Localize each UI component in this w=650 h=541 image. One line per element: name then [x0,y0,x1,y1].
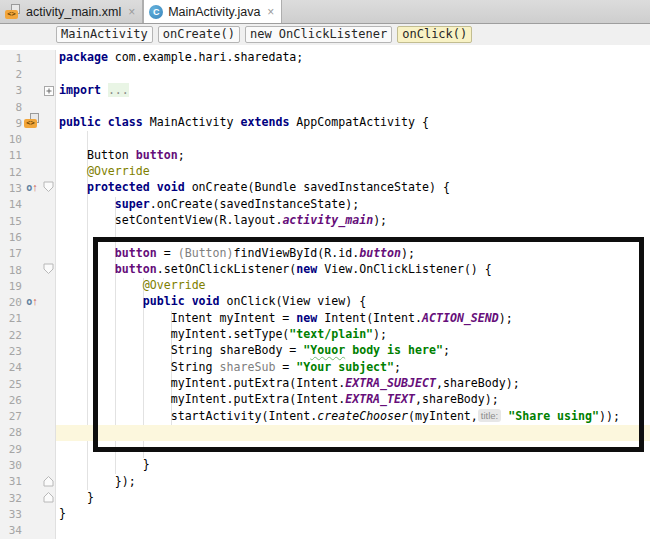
gutter[interactable]: 17 [0,246,56,262]
code-text[interactable]: Button button; [56,148,650,164]
gutter[interactable]: 29 [0,441,56,457]
code-text[interactable]: public class MainActivity extends AppCom… [56,115,650,131]
code-line-1[interactable]: 1package com.example.hari.sharedata; [0,50,650,66]
code-line-17[interactable]: 17 button = (Button)findViewById(R.id.bu… [0,246,650,262]
code-line-11[interactable]: 11 Button button; [0,148,650,164]
code-text[interactable]: String shareSub = "Your subject"; [56,360,650,376]
code-line-14[interactable]: 14 super.onCreate(savedInstanceState); [0,197,650,213]
code-line-16[interactable]: 16 [0,229,650,245]
gutter[interactable]: 28 [0,425,56,441]
code-text[interactable] [56,131,650,147]
code-text[interactable]: } [56,457,650,473]
breadcrumb-onclick-[interactable]: onClick() [397,26,472,43]
gutter[interactable]: 1 [0,50,56,66]
code-text[interactable]: myIntent.setType("text/plain"); [56,327,650,343]
gutter[interactable]: 20o↑ [0,294,56,310]
code-line-18[interactable]: 18 button.setOnClickListener(new View.On… [0,262,650,278]
code-line-13[interactable]: 13o↑ protected void onCreate(Bundle save… [0,180,650,196]
code-text[interactable]: button = (Button)findViewById(R.id.butto… [56,246,650,262]
code-text[interactable] [56,66,650,82]
fold-collapse-icon[interactable] [43,262,54,278]
code-text[interactable]: @Override [56,278,650,294]
close-icon[interactable]: × [267,5,274,19]
code-text[interactable]: import ... [56,83,650,99]
gutter[interactable]: 18 [0,262,56,278]
code-text[interactable]: @Override [56,164,650,180]
code-line-21[interactable]: 21 Intent myIntent = new Intent(Intent.A… [0,311,650,327]
code-text[interactable]: } [56,490,650,506]
gutter[interactable]: 27 [0,409,56,425]
gutter[interactable]: 12 [0,164,56,180]
gutter[interactable]: 32 [0,490,56,506]
code-text[interactable] [56,425,650,441]
code-line-20[interactable]: 20o↑ public void onClick(View view) { [0,294,650,310]
gutter[interactable]: 33 [0,506,56,522]
code-text[interactable]: myIntent.putExtra(Intent.EXTRA_TEXT,shar… [56,392,650,408]
fold-collapse-icon[interactable] [43,180,54,196]
code-line-22[interactable]: 22 myIntent.setType("text/plain"); [0,327,650,343]
gutter[interactable]: 30 [0,457,56,473]
code-line-10[interactable]: 10 [0,131,650,147]
code-line-33[interactable]: 33} [0,506,650,522]
code-line-30[interactable]: 30 } [0,457,650,473]
gutter[interactable]: 11 [0,148,56,164]
gutter[interactable]: 24 [0,360,56,376]
gutter[interactable]: 34 [0,523,56,539]
code-text[interactable]: String shareBody = "Youor body is here"; [56,343,650,359]
code-text[interactable]: }); [56,474,650,490]
code-text[interactable] [56,99,650,115]
close-icon[interactable]: × [128,5,135,19]
breadcrumb-new-onclicklistener[interactable]: new OnClickListener [245,26,392,43]
code-text[interactable]: setContentView(R.layout.activity_main); [56,213,650,229]
gutter[interactable]: 19 [0,278,56,294]
code-line-27[interactable]: 27 startActivity(Intent.createChooser(my… [0,409,650,425]
code-line-31[interactable]: 31 }); [0,474,650,490]
code-text[interactable] [56,441,650,457]
gutter[interactable]: 15 [0,213,56,229]
gutter[interactable]: 10 [0,131,56,147]
fold-end-icon[interactable] [43,474,54,490]
code-line-26[interactable]: 26 myIntent.putExtra(Intent.EXTRA_TEXT,s… [0,392,650,408]
overriding-method-icon[interactable]: o↑ [26,296,38,307]
code-line-32[interactable]: 32 } [0,490,650,506]
breadcrumb-oncreate-[interactable]: onCreate() [158,26,240,43]
fold-end-icon[interactable] [43,490,54,506]
tab-mainactivity-java[interactable]: CMainActivity.java× [143,0,282,23]
code-text[interactable] [56,523,650,539]
gutter[interactable]: 25 [0,376,56,392]
code-text[interactable]: super.onCreate(savedInstanceState); [56,197,650,213]
gutter[interactable]: 26 [0,392,56,408]
breadcrumb-mainactivity[interactable]: MainActivity [56,26,153,43]
gutter[interactable]: 9<> [0,115,56,131]
gutter[interactable]: 16 [0,229,56,245]
gutter[interactable]: 22 [0,327,56,343]
code-line-12[interactable]: 12 @Override [0,164,650,180]
code-line-2[interactable]: 2 [0,66,650,82]
code-text[interactable]: package com.example.hari.sharedata; [56,50,650,66]
code-line-9[interactable]: 9<>public class MainActivity extends App… [0,115,650,131]
code-line-19[interactable]: 19 @Override [0,278,650,294]
gutter[interactable]: 3 [0,83,56,99]
code-text[interactable]: startActivity(Intent.createChooser(myInt… [56,409,650,425]
code-line-25[interactable]: 25 myIntent.putExtra(Intent.EXTRA_SUBJEC… [0,376,650,392]
code-line-24[interactable]: 24 String shareSub = "Your subject"; [0,360,650,376]
gutter[interactable]: 2 [0,66,56,82]
gutter[interactable]: 13o↑ [0,180,56,196]
code-editor[interactable]: 1package com.example.hari.sharedata;23im… [0,45,650,541]
gutter[interactable]: 31 [0,474,56,490]
code-text[interactable]: protected void onCreate(Bundle savedInst… [56,180,650,196]
code-text[interactable]: public void onClick(View view) { [56,294,650,310]
code-text[interactable] [56,229,650,245]
overriding-method-icon[interactable]: o↑ [26,182,38,193]
gutter[interactable]: 23 [0,343,56,359]
fold-expand-icon[interactable] [44,83,54,99]
code-text[interactable]: myIntent.putExtra(Intent.EXTRA_SUBJECT,s… [56,376,650,392]
code-text[interactable]: Intent myIntent = new Intent(Intent.ACTI… [56,311,650,327]
gutter[interactable]: 14 [0,197,56,213]
code-line-29[interactable]: 29 [0,441,650,457]
code-text[interactable]: button.setOnClickListener(new View.OnCli… [56,262,650,278]
code-line-3[interactable]: 3import ... [0,83,650,99]
code-line-23[interactable]: 23 String shareBody = "Youor body is her… [0,343,650,359]
code-line-34[interactable]: 34 [0,523,650,539]
code-line-8[interactable]: 8 [0,99,650,115]
